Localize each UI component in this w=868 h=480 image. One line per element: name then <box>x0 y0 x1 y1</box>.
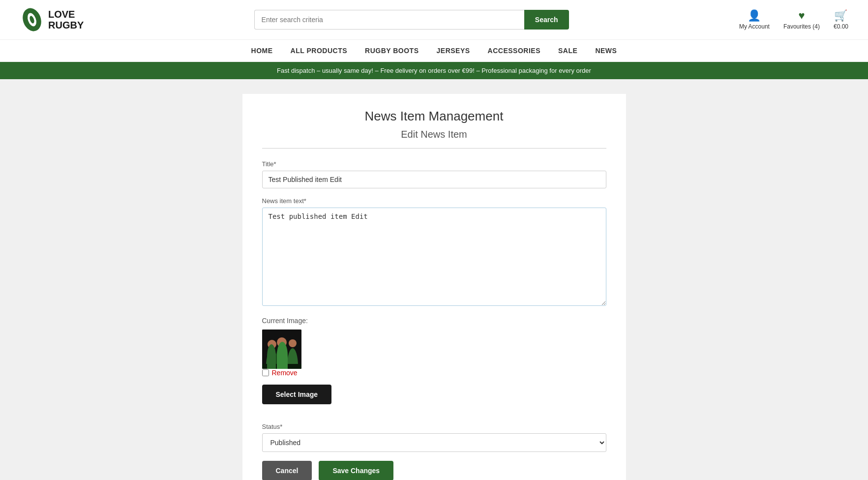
cancel-button[interactable]: Cancel <box>262 461 312 480</box>
remove-label[interactable]: Remove <box>272 369 298 377</box>
save-changes-button[interactable]: Save Changes <box>319 461 393 480</box>
logo-text: LOVE RUGBY <box>48 9 84 30</box>
nav-all-products[interactable]: ALL PRODUCTS <box>291 47 347 55</box>
news-text-input[interactable] <box>262 208 606 306</box>
account-icon: 👤 <box>748 9 761 22</box>
title-label: Title* <box>262 160 606 168</box>
cart-label: €0.00 <box>834 23 848 30</box>
search-area: Search <box>254 10 569 30</box>
main-nav: HOME ALL PRODUCTS RUGBY BOOTS JERSEYS AC… <box>0 40 868 62</box>
search-input[interactable] <box>254 10 524 30</box>
news-text-label: News item text* <box>262 197 606 205</box>
promo-banner: Fast dispatch – usually same day! – Free… <box>0 62 868 79</box>
current-image-thumbnail <box>262 330 301 369</box>
my-account-label: My Account <box>739 23 770 30</box>
cart-link[interactable]: 🛒 €0.00 <box>834 9 848 30</box>
page-title: News Item Management <box>262 109 606 124</box>
nav-jerseys[interactable]: JERSEYS <box>437 47 470 55</box>
svg-point-7 <box>277 337 287 347</box>
logo-icon <box>20 5 44 34</box>
svg-rect-10 <box>262 364 301 369</box>
status-group: Status* Published Draft Archived <box>262 423 606 452</box>
main-content: News Item Management Edit News Item Titl… <box>0 79 868 480</box>
nav-news[interactable]: NEWS <box>595 47 617 55</box>
site-header: LOVE RUGBY Search 👤 My Account ♥ Favouri… <box>0 0 868 40</box>
heart-icon: ♥ <box>798 9 805 22</box>
status-label: Status* <box>262 423 606 430</box>
my-account-link[interactable]: 👤 My Account <box>739 9 770 30</box>
header-actions: 👤 My Account ♥ Favourites (4) 🛒 €0.00 <box>739 9 848 30</box>
svg-point-9 <box>289 339 297 347</box>
form-buttons: Cancel Save Changes <box>262 461 606 480</box>
page-subtitle: Edit News Item <box>262 129 606 140</box>
status-select[interactable]: Published Draft Archived <box>262 433 606 452</box>
nav-home[interactable]: HOME <box>251 47 273 55</box>
current-image-label: Current Image: <box>262 317 606 325</box>
favourites-label: Favourites (4) <box>783 23 820 30</box>
form-container: News Item Management Edit News Item Titl… <box>242 94 626 480</box>
nav-rugby-boots[interactable]: RUGBY BOOTS <box>365 47 419 55</box>
cart-icon: 🛒 <box>834 9 847 22</box>
promo-text: Fast dispatch – usually same day! – Free… <box>277 67 591 74</box>
favourites-link[interactable]: ♥ Favourites (4) <box>783 9 820 30</box>
news-text-group: News item text* <box>262 197 606 308</box>
remove-image-checkbox[interactable] <box>262 369 269 376</box>
remove-row: Remove <box>262 369 606 377</box>
title-input[interactable] <box>262 171 606 188</box>
nav-accessories[interactable]: ACCESSORIES <box>488 47 540 55</box>
svg-point-5 <box>268 340 276 349</box>
logo-link[interactable]: LOVE RUGBY <box>20 5 84 34</box>
divider <box>262 148 606 149</box>
current-image-group: Current Image: Remove <box>262 317 606 414</box>
select-image-button[interactable]: Select Image <box>262 385 332 404</box>
nav-sale[interactable]: SALE <box>558 47 577 55</box>
title-group: Title* <box>262 160 606 188</box>
search-button[interactable]: Search <box>524 10 569 30</box>
rugby-players-svg <box>262 330 301 369</box>
